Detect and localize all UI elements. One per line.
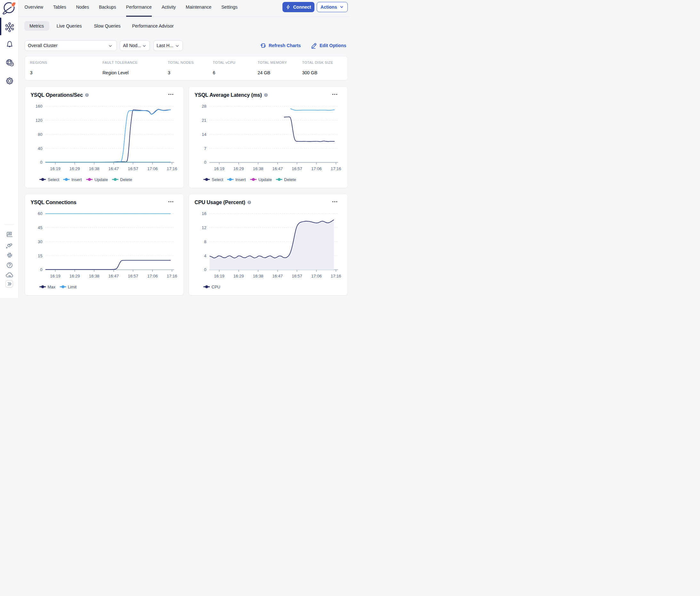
svg-text:60: 60 [38, 211, 42, 216]
svg-text:Insert: Insert [71, 177, 82, 182]
svg-text:16:47: 16:47 [108, 166, 119, 171]
svg-text:0: 0 [204, 267, 206, 272]
svg-text:Update: Update [95, 177, 108, 182]
svg-text:Select: Select [48, 177, 59, 182]
svg-text:Insert: Insert [235, 177, 246, 182]
svg-text:45: 45 [38, 225, 42, 230]
svg-text:16:19: 16:19 [214, 166, 225, 171]
svg-text:17:06: 17:06 [147, 274, 158, 278]
svg-text:8: 8 [204, 239, 206, 244]
svg-text:16:57: 16:57 [128, 166, 138, 171]
svg-text:0: 0 [40, 267, 42, 272]
svg-text:16:38: 16:38 [89, 166, 100, 171]
svg-text:16:29: 16:29 [233, 166, 244, 171]
svg-text:16:57: 16:57 [292, 274, 302, 278]
svg-text:16:38: 16:38 [253, 166, 263, 171]
svg-text:17:16: 17:16 [167, 166, 177, 171]
svg-text:17:06: 17:06 [311, 166, 322, 171]
svg-text:0: 0 [204, 160, 206, 165]
svg-text:16:57: 16:57 [128, 274, 138, 278]
svg-text:16:57: 16:57 [292, 166, 302, 171]
svg-text:4: 4 [204, 253, 206, 258]
svg-text:17:16: 17:16 [331, 274, 341, 278]
svg-text:16:19: 16:19 [50, 166, 60, 171]
svg-text:17:16: 17:16 [167, 274, 177, 278]
svg-text:Delete: Delete [284, 177, 296, 182]
svg-text:CPU: CPU [212, 284, 220, 289]
svg-text:16: 16 [202, 211, 206, 216]
svg-text:120: 120 [35, 118, 43, 123]
svg-text:16:47: 16:47 [273, 166, 283, 171]
svg-text:80: 80 [38, 132, 42, 137]
svg-text:12: 12 [202, 225, 206, 230]
svg-text:Select: Select [212, 177, 224, 182]
svg-text:28: 28 [202, 104, 206, 109]
svg-text:17:16: 17:16 [331, 166, 341, 171]
svg-text:16:19: 16:19 [214, 274, 225, 278]
svg-text:17:06: 17:06 [147, 166, 158, 171]
svg-text:16:29: 16:29 [70, 274, 80, 278]
svg-text:40: 40 [38, 146, 42, 151]
svg-text:16:38: 16:38 [253, 274, 263, 278]
svg-text:7: 7 [204, 146, 206, 151]
svg-text:15: 15 [38, 253, 42, 258]
svg-text:16:47: 16:47 [108, 274, 119, 278]
svg-text:Delete: Delete [120, 177, 132, 182]
svg-text:16:19: 16:19 [50, 274, 60, 278]
svg-text:14: 14 [202, 132, 206, 137]
svg-text:Update: Update [258, 177, 272, 182]
svg-text:160: 160 [35, 104, 43, 109]
svg-text:16:38: 16:38 [89, 274, 100, 278]
svg-text:16:47: 16:47 [273, 274, 283, 278]
svg-text:16:29: 16:29 [70, 166, 80, 171]
svg-text:0: 0 [40, 160, 42, 165]
svg-text:30: 30 [38, 239, 42, 244]
svg-text:Limit: Limit [68, 284, 77, 289]
svg-text:17:06: 17:06 [311, 274, 322, 278]
svg-text:16:29: 16:29 [233, 274, 244, 278]
svg-text:Max: Max [48, 284, 56, 289]
svg-text:21: 21 [202, 118, 206, 123]
